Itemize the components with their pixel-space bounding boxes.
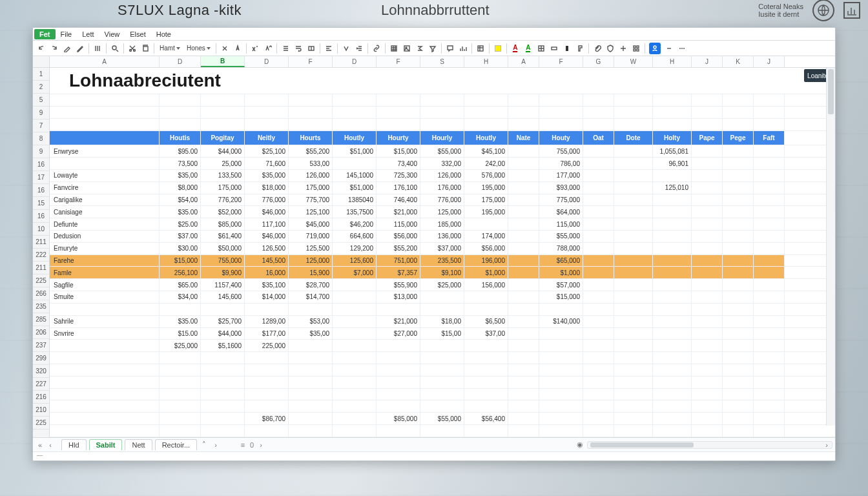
row-header[interactable]: 9 [33, 145, 49, 158]
row-header[interactable]: 2 [33, 81, 49, 94]
cell[interactable] [614, 291, 653, 303]
cell[interactable]: 125,600 [333, 255, 377, 267]
pivot-icon[interactable] [476, 43, 485, 54]
cell[interactable] [653, 413, 692, 424]
globe-icon[interactable] [812, 0, 834, 21]
cell[interactable] [333, 158, 377, 169]
cell[interactable] [754, 400, 785, 412]
cell[interactable]: $1,000 [464, 267, 508, 278]
cell[interactable] [333, 389, 377, 400]
cell[interactable] [754, 340, 785, 351]
row-header[interactable]: 16 [33, 184, 49, 197]
tab-nav-first-icon[interactable]: « [36, 440, 45, 450]
column-header-15[interactable]: K [723, 56, 754, 67]
row-header[interactable]: 9 [33, 107, 49, 119]
cell[interactable]: Dedusion [50, 231, 160, 242]
cell[interactable] [289, 400, 333, 412]
cell[interactable]: $35.00 [160, 316, 201, 327]
cell[interactable] [653, 107, 692, 118]
cell[interactable]: $55,000 [539, 231, 583, 242]
tab-nav-prev-icon[interactable]: ‹ [46, 440, 55, 450]
plus-icon[interactable] [619, 43, 628, 54]
chart-icon[interactable] [843, 2, 860, 19]
cell[interactable]: $56,000 [464, 243, 508, 254]
cell[interactable] [653, 389, 692, 400]
table-icon[interactable] [389, 43, 398, 54]
cell[interactable]: 533,00 [289, 158, 333, 169]
cut-icon[interactable] [128, 43, 137, 54]
cell[interactable] [583, 231, 614, 242]
cell[interactable]: $46,000 [245, 231, 289, 242]
cell[interactable] [420, 400, 464, 412]
cell[interactable] [614, 107, 653, 118]
cell[interactable] [539, 304, 583, 315]
cell[interactable]: 16,000 [245, 267, 289, 278]
cell[interactable]: 576,000 [464, 170, 508, 181]
cell[interactable]: $18,000 [245, 182, 289, 194]
cell[interactable]: $51,000 [333, 182, 377, 194]
column-header-1[interactable]: D [160, 56, 201, 67]
cell[interactable] [50, 352, 160, 364]
cell[interactable] [653, 206, 692, 218]
cell[interactable]: 185,000 [420, 218, 464, 230]
cell[interactable] [614, 218, 653, 230]
cell[interactable]: $35,000 [245, 170, 289, 181]
cell[interactable]: 126,000 [420, 170, 464, 181]
cell[interactable]: $50,000 [201, 243, 245, 254]
cell[interactable]: 125,000 [289, 255, 333, 267]
align-icon[interactable] [324, 43, 333, 54]
cell[interactable] [333, 119, 377, 130]
cell[interactable] [289, 94, 333, 106]
cell[interactable] [508, 316, 539, 327]
cell[interactable]: $6,500 [464, 316, 508, 327]
cell[interactable] [653, 194, 692, 206]
cell[interactable]: 755,000 [201, 255, 245, 267]
cell[interactable]: 725,300 [377, 170, 420, 181]
cell[interactable]: Famle [50, 267, 160, 278]
cell[interactable]: Defiunte [50, 218, 160, 230]
cell[interactable] [160, 304, 201, 315]
cell[interactable] [377, 389, 420, 400]
cell[interactable] [692, 119, 723, 130]
cell[interactable] [508, 182, 539, 194]
cell[interactable] [583, 304, 614, 315]
cell[interactable]: $44,000 [201, 145, 245, 157]
cell[interactable]: $15,000 [160, 255, 201, 267]
cell[interactable] [583, 279, 614, 291]
font-family-select[interactable]: Hamt [158, 45, 181, 52]
cell[interactable] [692, 145, 723, 157]
cell[interactable]: Enwryse [50, 145, 160, 157]
cell[interactable] [464, 389, 508, 400]
cell[interactable]: Snvrire [50, 328, 160, 340]
cell[interactable] [333, 352, 377, 364]
cell[interactable] [50, 131, 160, 145]
cell[interactable] [754, 328, 785, 340]
cell[interactable]: $7,000 [333, 267, 377, 278]
cell[interactable]: $9,100 [420, 267, 464, 278]
cell[interactable]: 776,200 [201, 194, 245, 206]
font-size-select[interactable]: Hones [185, 45, 212, 52]
cell[interactable]: Neitly [245, 131, 289, 145]
record-icon[interactable]: ◉ [575, 440, 584, 450]
cell[interactable]: 776,000 [245, 194, 289, 206]
cell[interactable]: 175,000 [289, 182, 333, 194]
cell[interactable]: $25.00 [160, 218, 201, 230]
cell[interactable] [614, 158, 653, 169]
cell[interactable] [508, 304, 539, 315]
cell[interactable]: Canisiage [50, 206, 160, 218]
menu-item-hote[interactable]: Hote [151, 29, 176, 39]
cell[interactable] [377, 364, 420, 376]
vertical-scrollbar-thumb[interactable] [828, 69, 834, 114]
cell[interactable]: $55,900 [377, 279, 420, 291]
cell[interactable] [754, 316, 785, 327]
cell[interactable]: 177,000 [539, 170, 583, 181]
cell[interactable]: $15.00 [160, 328, 201, 340]
cell[interactable] [583, 182, 614, 194]
cell[interactable]: $55,000 [420, 413, 464, 424]
cell[interactable] [583, 400, 614, 412]
cell[interactable] [289, 119, 333, 130]
cell[interactable]: 25,000 [201, 158, 245, 169]
cell[interactable] [508, 107, 539, 118]
cell[interactable]: $25,700 [201, 316, 245, 327]
cell[interactable] [160, 389, 201, 400]
